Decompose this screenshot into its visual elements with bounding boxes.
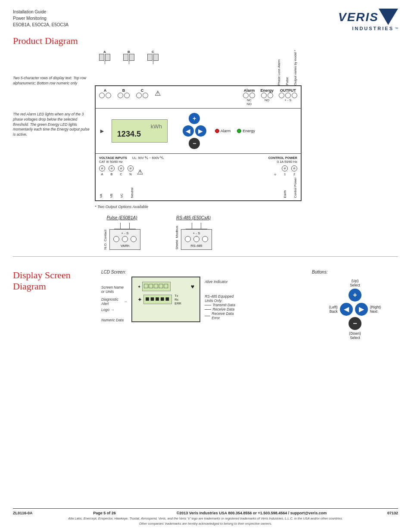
full-device-diagram: A B — [95, 50, 302, 250]
footer-trademark1: Alta Labs, Enercept, Enspector, Hawkeye,… — [13, 516, 398, 520]
lcd-row2: ✦ ■■■■■ Tx Rx ERR — [137, 294, 194, 305]
product-diagram-section: Product Diagram Two 5-character rows of … — [13, 35, 398, 250]
circle-B2 — [124, 93, 130, 98]
device-body: A B — [95, 85, 302, 201]
arrow-right2: → — [111, 308, 114, 312]
rs485-pins-box: + - S RS-485 — [181, 229, 212, 250]
alarm-terminal: Alarm NC NO — [243, 88, 255, 106]
pulse-group: Pulse — [285, 77, 289, 85]
alarm-led-note: The red Alarm LED lights when any of the… — [13, 112, 90, 137]
abc-terminals: A B — [99, 88, 161, 98]
part-number: 07132 — [387, 511, 398, 515]
earth-cp-labels: Earth Control Power — [283, 177, 297, 198]
output-term-label: OUTPUT — [280, 88, 296, 93]
no-contact-label: N.O. Contact — [103, 230, 107, 249]
nav-left-btn[interactable]: ◀ — [183, 125, 194, 137]
voltage-inputs-info: VOLTAGE INPUTS UL: 90V ⅙ ~ 600V ⅙ — [99, 156, 164, 160]
left-annotations: Screen Name or Units Diagnostic Alert → … — [101, 277, 127, 322]
cp-sub: 0.1A 50/60 Hz — [277, 160, 297, 164]
right-button[interactable]: ▶ — [355, 303, 368, 316]
screen-name-ann: Screen Name or Units — [101, 285, 127, 294]
alarm-led: Alarm — [215, 129, 231, 133]
control-power-info: CONTROL POWER — [268, 156, 297, 160]
pin-A-pos — [99, 54, 104, 61]
vi-circ-N: Ø — [128, 165, 134, 171]
err-line — [205, 316, 210, 316]
tx-ann-row: Transmit Data — [205, 303, 239, 307]
cp-terminal-1: Ø 1 — [282, 165, 288, 176]
rx-ann-row: Receive Data — [205, 307, 239, 311]
display-center-col: LCD Screen: Screen Name or Units Diagnos… — [101, 270, 299, 340]
nav-down-btn[interactable]: − — [189, 138, 200, 149]
wire-A — [105, 61, 105, 64]
vi-label: VOLTAGE INPUTS — [99, 156, 127, 160]
screw-3 — [131, 236, 137, 242]
down-button[interactable]: − — [349, 317, 361, 330]
energy-c1 — [261, 93, 267, 98]
left-button[interactable]: ◀ — [340, 303, 353, 316]
pulse-plus-minus: + - S — [121, 231, 128, 235]
cat-label: CAT III 50/60 Hz — [99, 160, 123, 164]
neutral-label: Neutral — [130, 177, 134, 198]
earth-symbol: ⏚ — [274, 172, 276, 176]
cp-circles: ⏚ Ø 1 Ø 2 — [274, 165, 297, 176]
header-line3: E5OB1A, E5OC2A, E5OC3A — [13, 22, 68, 28]
rs485-screw-2 — [193, 236, 199, 242]
buttons-label: Buttons: — [312, 270, 398, 274]
display-text-note: Two 5-character rows of display text. To… — [13, 76, 90, 86]
lcd-screen-label: LCD Screen: — [101, 270, 299, 274]
arrow-indicator: ► — [99, 128, 105, 134]
warning-triangle: ⚠ — [155, 88, 161, 98]
nav-right-btn[interactable]: ▶ — [195, 125, 206, 137]
vi-label-N: N — [129, 172, 131, 176]
pulse-wires — [120, 223, 130, 229]
wire-right — [129, 223, 130, 229]
display-screen-layout: Display Screen Diagram LCD Screen: Scree… — [13, 270, 398, 340]
header-left: Installation Guide Power Monitoring E5OB… — [13, 9, 68, 28]
rs485-connector: + - S RS-485 — [181, 223, 212, 250]
lcd-value: 1234.5 — [117, 130, 162, 139]
lcd-display: kWh 1234.5 — [112, 119, 168, 143]
nav-buttons-cluster: + ◀ ▶ − — [183, 113, 206, 149]
lcd-row1: ✦ □□□□□ ♥ — [137, 282, 194, 291]
pulse-bottom-label: VARh — [121, 244, 129, 248]
lcd-row1-segs: ✦ □□□□□ — [137, 282, 171, 291]
connector-A: A — [99, 50, 110, 85]
out-c1 — [279, 93, 284, 98]
connector-C: C — [147, 50, 159, 85]
nav-up-btn[interactable]: + — [189, 113, 200, 124]
circle-A1 — [99, 93, 105, 98]
cp-circ-2: Ø — [291, 165, 297, 171]
energy-circles — [261, 93, 273, 98]
mid-button-row: (Left) Back ◀ ▶ (Right) Next — [329, 303, 381, 316]
num-data-ann: Numeric Data — [101, 318, 127, 322]
shield-label: Shield — [175, 240, 179, 249]
middle-area: ► kWh 1234.5 + ◀ ▶ — [96, 109, 301, 153]
rs485-screw-row — [185, 236, 208, 242]
vi-label-A: A — [101, 172, 103, 176]
pin-C-neg — [153, 54, 159, 61]
rx-line — [205, 309, 211, 310]
pulse-pins-box: + - S VARh — [109, 229, 140, 250]
alarm-led-dot — [215, 129, 219, 133]
top-connector-labels: A B — [95, 50, 302, 85]
term-col-B: B — [118, 88, 130, 98]
screw-1 — [113, 236, 119, 242]
vi-label-B: B — [110, 172, 112, 176]
up-button[interactable]: + — [349, 289, 361, 302]
term-B-label: B — [122, 88, 125, 93]
cp-circ-1: Ø — [282, 165, 288, 171]
voltage-header-row: VOLTAGE INPUTS UL: 90V ⅙ ~ 600V ⅙ CONTRO… — [99, 156, 297, 160]
energy-led: Energy — [237, 129, 255, 133]
vi-label-C: C — [120, 172, 122, 176]
err-ind: ERR — [174, 302, 181, 305]
header-line1: Installation Guide — [13, 9, 68, 15]
right-connector-group: Phase Loss Alarm Pulse Output varies by … — [277, 50, 297, 85]
vi-circ-A: Ø — [99, 165, 105, 171]
diag-alert-ann: Diagnostic Alert → — [101, 297, 127, 306]
va-label: VA — [99, 177, 103, 198]
wire-B — [129, 61, 129, 64]
rs485-note-ann: RS-485 Equipped Units Only: Transmit Dat… — [205, 294, 239, 320]
lcd-with-labels: Screen Name or Units Diagnostic Alert → … — [101, 277, 239, 322]
label-C: C — [152, 50, 154, 54]
